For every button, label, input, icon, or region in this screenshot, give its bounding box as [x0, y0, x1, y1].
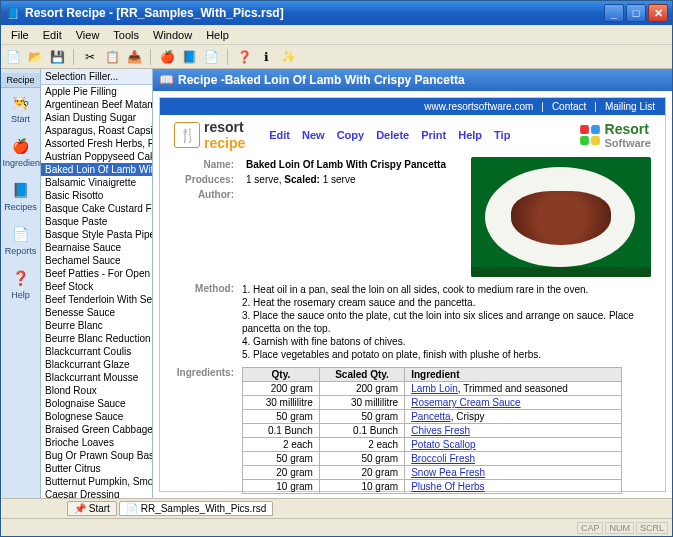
list-item[interactable]: Brioche Loaves: [41, 436, 152, 449]
list-item[interactable]: Bolognese Sauce: [41, 410, 152, 423]
contact-link[interactable]: Contact: [552, 101, 586, 112]
list-item[interactable]: Blond Roux: [41, 384, 152, 397]
paste-icon[interactable]: 📥: [126, 49, 142, 65]
menu-tools[interactable]: Tools: [107, 27, 145, 43]
table-row: 50 gram50 gramBroccoli Fresh: [243, 452, 622, 466]
menu-edit[interactable]: Edit: [37, 27, 68, 43]
sidebar-item-start[interactable]: 👨‍🍳Start: [3, 88, 39, 132]
recipe-titlebar: 📖 Recipe - Baked Loin Of Lamb With Crisp…: [153, 69, 672, 91]
sidebar-item-recipes[interactable]: 📘Recipes: [3, 176, 39, 220]
mailing-link[interactable]: Mailing List: [605, 101, 655, 112]
list-item[interactable]: Austrian Poppyseed Cake: [41, 150, 152, 163]
list-item[interactable]: Caesar Dressing: [41, 488, 152, 498]
ingredient-link[interactable]: Pancetta: [411, 411, 450, 422]
list-item[interactable]: Balsamic Vinaigrette: [41, 176, 152, 189]
list-item[interactable]: Blackcurrant Glaze: [41, 358, 152, 371]
list-item[interactable]: Braised Green Cabbage Balls: [41, 423, 152, 436]
list-item[interactable]: Butter Citrus: [41, 462, 152, 475]
list-item[interactable]: Basic Risotto: [41, 189, 152, 202]
action-tip[interactable]: Tip: [494, 129, 510, 141]
list-item[interactable]: Apple Pie Filling: [41, 85, 152, 98]
menu-view[interactable]: View: [70, 27, 106, 43]
about-icon[interactable]: ℹ: [258, 49, 274, 65]
list-item[interactable]: Basque Style Pasta Piperade: [41, 228, 152, 241]
method-step: 5. Place vegetables and potato on plate,…: [242, 348, 651, 361]
list-item[interactable]: Bechamel Sauce: [41, 254, 152, 267]
list-item[interactable]: Beef Stock: [41, 280, 152, 293]
minimize-button[interactable]: _: [604, 4, 624, 22]
list-item[interactable]: Baked Loin Of Lamb With Cr: [41, 163, 152, 176]
list-item[interactable]: Bug Or Prawn Soup Base: [41, 449, 152, 462]
menu-window[interactable]: Window: [147, 27, 198, 43]
ingredient-link[interactable]: Potato Scallop: [411, 439, 476, 450]
close-button[interactable]: ✕: [648, 4, 668, 22]
ingredient-link[interactable]: Broccoli Fresh: [411, 453, 475, 464]
list-item[interactable]: Beef Patties - For Open Face: [41, 267, 152, 280]
menu-file[interactable]: File: [5, 27, 35, 43]
wizard-icon[interactable]: ✨: [280, 49, 296, 65]
ingredient-link[interactable]: Snow Pea Fresh: [411, 467, 485, 478]
list-item[interactable]: Basque Cake Custard Filling: [41, 202, 152, 215]
list-item[interactable]: Blackcurrant Mousse: [41, 371, 152, 384]
ingredients-table: Qty. Scaled Qty. Ingredient 200 gram200 …: [242, 367, 622, 494]
method-step: 4. Garnish with fine batons of chives.: [242, 335, 651, 348]
action-help[interactable]: Help: [458, 129, 482, 141]
sidebar-item-help[interactable]: ❓Help: [3, 264, 39, 308]
recipe-title-prefix: Recipe -: [178, 73, 225, 87]
open-icon[interactable]: 📂: [27, 49, 43, 65]
recipe-title: Baked Loin Of Lamb With Crispy Pancetta: [225, 73, 465, 87]
toolbar: 📄 📂 💾 ✂ 📋 📥 🍎 📘 📄 ❓ ℹ ✨: [1, 45, 672, 69]
list-item[interactable]: Basque Paste: [41, 215, 152, 228]
report-icon: 📄: [11, 224, 31, 244]
tab-start[interactable]: 📌 Start: [67, 501, 117, 516]
new-icon[interactable]: 📄: [5, 49, 21, 65]
action-delete[interactable]: Delete: [376, 129, 409, 141]
book-icon[interactable]: 📘: [181, 49, 197, 65]
menubar: File Edit View Tools Window Help: [1, 25, 672, 45]
maximize-button[interactable]: □: [626, 4, 646, 22]
content: 📖 Recipe - Baked Loin Of Lamb With Crisp…: [153, 69, 672, 498]
apple-icon: 🍎: [11, 136, 31, 156]
list-item[interactable]: Beurre Blanc: [41, 319, 152, 332]
list-body[interactable]: Apple Pie FillingArgentinean Beef Matamb…: [41, 85, 152, 498]
list-item[interactable]: Beef Tenderloin With Seeded: [41, 293, 152, 306]
titlebar[interactable]: 📘 Resort Recipe - [RR_Samples_With_Pics.…: [1, 1, 672, 25]
copy-icon[interactable]: 📋: [104, 49, 120, 65]
application-window: 📘 Resort Recipe - [RR_Samples_With_Pics.…: [0, 0, 673, 537]
cut-icon[interactable]: ✂: [82, 49, 98, 65]
action-copy[interactable]: Copy: [337, 129, 365, 141]
list-item[interactable]: Argentinean Beef Matambre: [41, 98, 152, 111]
logo-icon: 🍴: [174, 122, 200, 148]
book-icon: 📘: [11, 180, 31, 200]
list-filter-header[interactable]: Selection Filler...: [41, 69, 152, 85]
table-row: 20 gram20 gramSnow Pea Fresh: [243, 466, 622, 480]
list-item[interactable]: Benesse Sauce: [41, 306, 152, 319]
menu-help[interactable]: Help: [200, 27, 235, 43]
list-item[interactable]: Beurre Blanc Reduction: [41, 332, 152, 345]
sidebar-item-reports[interactable]: 📄Reports: [3, 220, 39, 264]
tab-file[interactable]: 📄 RR_Samples_With_Pics.rsd: [119, 501, 273, 516]
sidebar-item-ingredients[interactable]: 🍎Ingredients: [3, 132, 39, 176]
list-item[interactable]: Blackcurrant Coulis: [41, 345, 152, 358]
website-link[interactable]: www.resortsoftware.com: [424, 101, 533, 112]
table-row: 200 gram200 gramLamb Loin, Trimmed and s…: [243, 382, 622, 396]
list-item[interactable]: Bearnaise Sauce: [41, 241, 152, 254]
report-icon[interactable]: 📄: [203, 49, 219, 65]
brand-logo: 🍴 resortrecipe: [174, 119, 245, 151]
apple-icon[interactable]: 🍎: [159, 49, 175, 65]
ingredient-link[interactable]: Rosemary Cream Sauce: [411, 397, 520, 408]
ingredient-link[interactable]: Lamb Loin: [411, 383, 458, 394]
ingredient-link[interactable]: Chives Fresh: [411, 425, 470, 436]
action-print[interactable]: Print: [421, 129, 446, 141]
list-item[interactable]: Butternut Pumpkin, Smoked: [41, 475, 152, 488]
list-item[interactable]: Bolognaise Sauce: [41, 397, 152, 410]
save-icon[interactable]: 💾: [49, 49, 65, 65]
ingredient-link[interactable]: Plushe Of Herbs: [411, 481, 484, 492]
name-label: Name:: [174, 157, 234, 172]
help-icon[interactable]: ❓: [236, 49, 252, 65]
list-item[interactable]: Asian Dusting Sugar: [41, 111, 152, 124]
action-new[interactable]: New: [302, 129, 325, 141]
list-item[interactable]: Asparagus, Roast Capsicum,: [41, 124, 152, 137]
action-edit[interactable]: Edit: [269, 129, 290, 141]
list-item[interactable]: Assorted Fresh Herbs, Finely: [41, 137, 152, 150]
